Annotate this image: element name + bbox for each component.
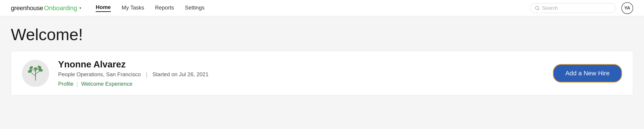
- svg-line-3: [31, 72, 36, 76]
- brand-logo[interactable]: greenhouseOnboarding ▾: [11, 4, 81, 12]
- add-new-hire-button[interactable]: Add a New Hire: [553, 64, 622, 83]
- brand-name-onboarding: Onboarding: [44, 4, 77, 12]
- brand-chevron-icon: ▾: [79, 6, 81, 10]
- link-separator: |: [77, 81, 78, 87]
- svg-line-1: [538, 9, 539, 10]
- nav-links: Home My Tasks Reports Settings: [96, 4, 530, 12]
- profile-link[interactable]: Profile: [58, 81, 74, 87]
- avatar[interactable]: YA: [622, 2, 633, 14]
- employee-links: Profile | Welcome Experience: [58, 81, 544, 87]
- nav-right: YA: [530, 2, 633, 14]
- svg-point-11: [34, 67, 37, 70]
- nav-link-settings[interactable]: Settings: [185, 4, 205, 12]
- welcome-experience-link[interactable]: Welcome Experience: [81, 81, 132, 87]
- meta-separator: |: [146, 71, 147, 77]
- svg-line-5: [36, 71, 40, 74]
- brand-name-greenhouse: greenhouse: [11, 4, 43, 12]
- navbar: greenhouseOnboarding ▾ Home My Tasks Rep…: [0, 0, 644, 16]
- main-content: Welcome!: [0, 16, 644, 104]
- employee-name: Ynonne Alvarez: [58, 59, 544, 69]
- user-avatar-large: [22, 60, 49, 87]
- search-input[interactable]: [542, 5, 611, 11]
- user-card: Ynonne Alvarez People Operations, San Fr…: [11, 51, 633, 95]
- employee-meta: People Operations, San Francisco | Start…: [58, 71, 544, 78]
- search-icon: [535, 6, 540, 10]
- nav-link-reports[interactable]: Reports: [155, 4, 174, 12]
- employee-dept-location: People Operations, San Francisco: [58, 71, 141, 77]
- welcome-heading: Welcome!: [11, 25, 633, 44]
- plant-icon: [26, 64, 44, 82]
- employee-start-date: Started on Jul 26, 2021: [152, 71, 208, 77]
- search-box[interactable]: [530, 3, 616, 13]
- svg-point-4: [28, 69, 32, 73]
- user-info: Ynonne Alvarez People Operations, San Fr…: [58, 59, 544, 87]
- nav-link-home[interactable]: Home: [96, 4, 111, 12]
- nav-link-my-tasks[interactable]: My Tasks: [122, 4, 144, 12]
